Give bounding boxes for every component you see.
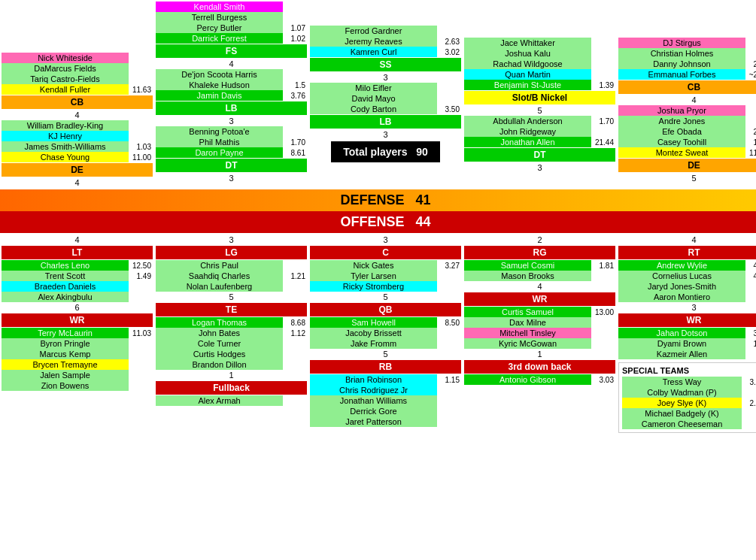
player-row: Michael Badgely (K) xyxy=(622,408,756,419)
special-teams-label: SPECIAL TEAMS xyxy=(622,366,689,375)
player-row: Brandon Dillon xyxy=(156,359,307,370)
position-de-5: DE xyxy=(618,159,756,172)
player-name: David Mayo xyxy=(310,93,437,104)
player-name: Kendall Smith xyxy=(156,2,283,12)
player-cost: 11.00 xyxy=(129,153,153,162)
player-name: Colby Wadman (P) xyxy=(622,387,742,398)
player-cost: 3.42 xyxy=(745,329,756,338)
player-row: James Smith-Williams 1.03 xyxy=(2,141,153,152)
player-name: Danny Johnson xyxy=(618,59,745,69)
player-name: Cornelius Lucas xyxy=(618,271,745,281)
player-row: Nick Whiteside xyxy=(2,53,153,63)
player-row: Kendall Smith xyxy=(156,2,307,12)
player-row: Cameron Cheeseman xyxy=(622,419,756,429)
player-name: Jaryd Jones-Smith xyxy=(618,281,745,292)
player-row: Zion Bowens xyxy=(2,380,153,391)
player-row: Jalen Sample xyxy=(2,370,153,380)
count-rt: 4 xyxy=(691,235,696,244)
player-row: Percy Butler 1.07 xyxy=(156,23,307,33)
player-row: Chase Young 11.00 xyxy=(2,152,153,162)
player-row: John Bates 1.12 xyxy=(156,328,307,338)
player-row: Jonathan Allen 21.44 xyxy=(464,137,615,147)
position-dt-2: DT xyxy=(156,159,307,172)
player-row: Jace Whittaker xyxy=(464,38,615,48)
player-name: Emmanual Forbes xyxy=(618,69,745,80)
player-row: DaMarcus Fields xyxy=(2,63,153,74)
player-name: James Smith-Williams xyxy=(2,141,129,152)
player-row: Cody Barton 3.50 xyxy=(310,104,461,114)
player-name: Abdullah Anderson xyxy=(464,116,591,126)
player-name: Saahdiq Charles xyxy=(156,271,283,281)
player-name: Nolan Laufenberg xyxy=(156,281,283,292)
player-name: Jace Whittaker xyxy=(464,38,591,48)
player-name: Curtis Hodges xyxy=(156,349,283,359)
count-c: 3 xyxy=(383,235,387,244)
player-cost: 1.70 xyxy=(283,138,307,147)
player-name: Joshua Pryor xyxy=(618,105,745,116)
player-name: Byron Pringle xyxy=(2,338,129,349)
special-teams-header: SPECIAL TEAMS 5 xyxy=(622,366,756,375)
player-cost: 4.35 xyxy=(745,272,756,280)
col1-defense: Nick Whiteside DaMarcus Fields Tariq Cas… xyxy=(0,0,154,189)
player-name: Curtis Samuel xyxy=(464,307,591,317)
col3-offense: 3 C Nick Gates 3.27 Tyler Larsen Ricky S… xyxy=(308,233,463,434)
player-row: Chris Paul xyxy=(156,260,307,271)
player-name: Ferrod Gardner xyxy=(310,26,437,36)
count-ss: 3 xyxy=(383,73,387,82)
count-cb-1: 4 xyxy=(74,110,79,120)
player-row: Andrew Wylie 4.17 xyxy=(618,260,756,271)
player-row: Khaleke Hudson 1.5 xyxy=(156,80,307,90)
player-row: Phil Mathis 1.70 xyxy=(156,137,307,147)
player-row: Sam Howell 8.50 xyxy=(310,317,461,328)
player-row: DJ Stirgus xyxy=(618,38,756,48)
player-name: Nick Gates xyxy=(310,260,437,271)
player-name: Jamin Davis xyxy=(156,90,283,101)
col5-offense: 4 RT Andrew Wylie 4.17 Cornelius Lucas 4… xyxy=(617,233,756,434)
col4-defense: Jace Whittaker Joshua Kalu Rachad Wildgo… xyxy=(463,0,617,189)
player-cost: 1.12 xyxy=(283,329,307,338)
player-cost: 11.03 xyxy=(129,329,153,338)
count-3rd-back: 1 xyxy=(537,350,542,359)
player-row: Mitchell Tinsley xyxy=(464,328,615,338)
player-row: Nolan Laufenberg xyxy=(156,281,307,292)
player-row: Trent Scott 1.49 xyxy=(2,271,153,281)
player-name: Jake Fromm xyxy=(310,338,437,349)
player-row: Dyami Brown 1.35 xyxy=(618,338,756,349)
count-lg: 3 xyxy=(229,235,233,244)
player-row: Jahan Dotson 3.42 xyxy=(618,328,756,338)
position-wr-4: WR xyxy=(464,292,615,306)
player-name: William Bradley-King xyxy=(2,120,129,131)
count-te: 5 xyxy=(229,292,233,301)
player-row: Saahdiq Charles 1.21 xyxy=(156,271,307,281)
player-name: Cole Turner xyxy=(156,338,283,349)
position-nickel: Slot/B Nickel xyxy=(464,91,615,104)
count-wr-5: 3 xyxy=(691,303,696,312)
player-name: Alex Armah xyxy=(156,395,283,406)
player-row: Cornelius Lucas 4.35 xyxy=(618,271,756,281)
player-name: Joey Slye (K) xyxy=(622,398,742,408)
player-name: Jahan Dotson xyxy=(618,328,745,338)
player-row: Darrick Forrest 1.02 xyxy=(156,33,307,44)
position-ss: SS xyxy=(310,58,461,71)
player-cost: 3.27 xyxy=(437,262,461,270)
player-row: Charles Leno 12.50 xyxy=(2,260,153,271)
player-name: Terrell Burgess xyxy=(156,12,283,23)
player-cost: 3.03 xyxy=(591,376,615,384)
player-row: Rachad Wildgoose xyxy=(464,59,615,69)
player-row: Ricky Stromberg xyxy=(310,281,461,292)
player-name: Joshua Kalu xyxy=(464,48,591,59)
position-lb-2: LB xyxy=(156,101,307,115)
player-row: Kamren Curl 3.02 xyxy=(310,47,461,57)
col4-offense: 2 RG Samuel Cosmi 1.81 Mason Brooks 4 WR… xyxy=(463,233,617,434)
player-row: Alex Armah xyxy=(156,395,307,406)
player-cost: 8.68 xyxy=(283,319,307,327)
player-name: Aaron Montiero xyxy=(618,292,745,302)
player-row: Joshua Pryor xyxy=(618,105,756,116)
player-cost: 1.81 xyxy=(591,262,615,270)
player-name: Terry McLaurin xyxy=(2,328,129,338)
player-name: De'jon Scoota Harris xyxy=(156,69,283,80)
player-row: Ferrod Gardner xyxy=(310,26,461,36)
player-cost: 11.50 xyxy=(745,149,756,157)
player-name: Mason Brooks xyxy=(464,271,591,281)
position-lt: LT xyxy=(2,246,153,259)
